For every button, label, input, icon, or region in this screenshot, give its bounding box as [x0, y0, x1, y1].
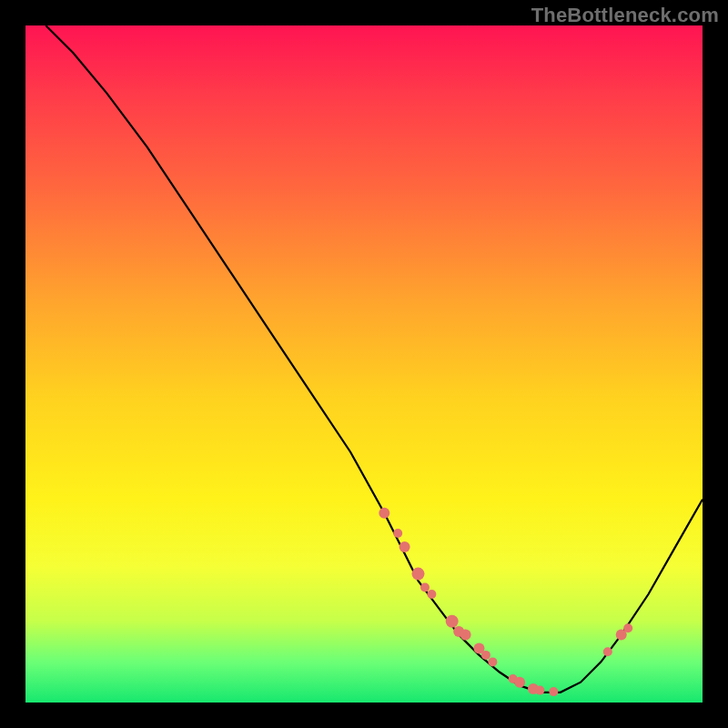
chart-frame: TheBottleneck.com [0, 0, 728, 728]
data-point [514, 677, 525, 688]
data-point [535, 686, 544, 695]
data-point [446, 615, 459, 628]
data-point [460, 630, 471, 641]
data-point [488, 657, 497, 666]
plot-area [25, 25, 703, 703]
watermark-text: TheBottleneck.com [531, 4, 719, 27]
data-point [393, 529, 402, 538]
data-point [399, 541, 410, 552]
data-point [379, 508, 389, 519]
data-point [427, 590, 436, 599]
bottleneck-curve [46, 25, 703, 693]
data-point [481, 651, 490, 660]
data-point [420, 583, 430, 592]
data-point [412, 568, 425, 581]
data-point [549, 687, 558, 696]
curve-svg [25, 25, 703, 703]
data-point [603, 647, 612, 656]
data-point [623, 623, 632, 632]
